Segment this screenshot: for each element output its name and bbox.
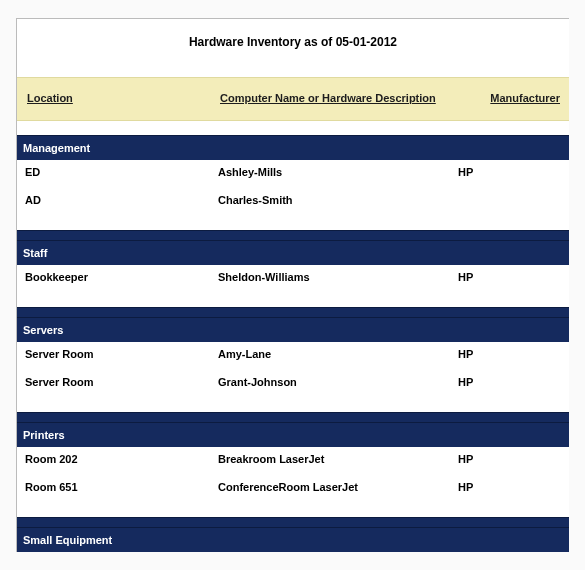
cell-location: AD <box>23 194 218 206</box>
spacer <box>17 216 569 230</box>
cell-name: Breakroom LaserJet <box>218 453 458 465</box>
cell-location: Server Room <box>23 348 218 360</box>
column-headers: Location Computer Name or Hardware Descr… <box>17 77 569 121</box>
cell-name: Grant-Johnson <box>218 376 458 388</box>
section-management: Management ED Ashley-Mills HP AD Charles… <box>17 135 569 240</box>
header-name: Computer Name or Hardware Description <box>220 92 460 104</box>
table-row: AD Charles-Smith <box>17 188 569 216</box>
section-header: Printers <box>17 422 569 447</box>
cell-name: Amy-Lane <box>218 348 458 360</box>
table-row: Server Room Amy-Lane HP <box>17 342 569 370</box>
spacer-dark <box>17 230 569 240</box>
table-row: Room 651 ConferenceRoom LaserJet HP <box>17 475 569 503</box>
cell-manufacturer: HP <box>458 348 558 360</box>
spacer <box>17 398 569 412</box>
section-header: Small Equipment <box>17 527 569 552</box>
page-title: Hardware Inventory as of 05-01-2012 <box>17 19 569 77</box>
spacer-dark <box>17 307 569 317</box>
header-location: Location <box>25 92 220 104</box>
section-servers: Servers Server Room Amy-Lane HP Server R… <box>17 317 569 422</box>
cell-manufacturer: HP <box>458 481 558 493</box>
cell-name: Charles-Smith <box>218 194 458 206</box>
cell-name: Sheldon-Williams <box>218 271 458 283</box>
cell-manufacturer <box>458 194 558 206</box>
cell-manufacturer: HP <box>458 166 558 178</box>
cell-manufacturer: HP <box>458 453 558 465</box>
table-row: Server Room Grant-Johnson HP <box>17 370 569 398</box>
cell-location: Room 202 <box>23 453 218 465</box>
page-container: Hardware Inventory as of 05-01-2012 Loca… <box>0 0 585 570</box>
cell-location: ED <box>23 166 218 178</box>
spacer <box>17 293 569 307</box>
table-row: ED Ashley-Mills HP <box>17 160 569 188</box>
table-row: Bookkeeper Sheldon-Williams HP <box>17 265 569 293</box>
spacer <box>17 121 569 135</box>
table-row: Room 202 Breakroom LaserJet HP <box>17 447 569 475</box>
inventory-sheet: Hardware Inventory as of 05-01-2012 Loca… <box>16 18 569 552</box>
header-manufacturer: Manufacturer <box>460 92 560 104</box>
cell-location: Bookkeeper <box>23 271 218 283</box>
section-header: Staff <box>17 240 569 265</box>
spacer-dark <box>17 517 569 527</box>
cell-location: Server Room <box>23 376 218 388</box>
section-printers: Printers Room 202 Breakroom LaserJet HP … <box>17 422 569 527</box>
cell-manufacturer: HP <box>458 376 558 388</box>
spacer <box>17 503 569 517</box>
section-header: Management <box>17 135 569 160</box>
cell-manufacturer: HP <box>458 271 558 283</box>
cell-name: ConferenceRoom LaserJet <box>218 481 458 493</box>
spacer-dark <box>17 412 569 422</box>
cell-name: Ashley-Mills <box>218 166 458 178</box>
section-small-equipment: Small Equipment <box>17 527 569 552</box>
section-staff: Staff Bookkeeper Sheldon-Williams HP <box>17 240 569 317</box>
cell-location: Room 651 <box>23 481 218 493</box>
section-header: Servers <box>17 317 569 342</box>
